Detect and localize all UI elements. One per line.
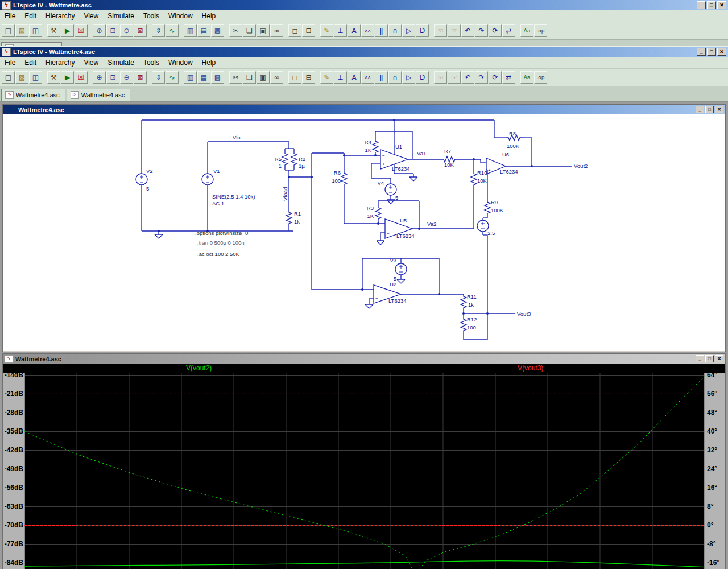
print-icon[interactable]: ⊟	[302, 24, 315, 37]
tile-vertical-icon[interactable]: ▥	[184, 71, 197, 84]
schematic-label[interactable]: LT6234	[388, 298, 407, 304]
schematic-label[interactable]: 1k	[468, 302, 474, 308]
schematic-label[interactable]: Va1	[417, 150, 426, 156]
schematic-label[interactable]: R8	[509, 130, 516, 137]
maximize-button[interactable]: □	[705, 106, 714, 113]
control-panel-icon[interactable]: ⚒	[47, 71, 60, 84]
wire-icon[interactable]: ✎	[320, 24, 333, 37]
schematic-label[interactable]: 1k	[294, 218, 300, 225]
cascade-windows-icon[interactable]: ▩	[211, 24, 224, 37]
mirror-icon[interactable]: ⇄	[502, 24, 515, 37]
minimize-button[interactable]: _	[696, 355, 704, 362]
redo-icon[interactable]: ↷	[475, 71, 488, 84]
halt-icon[interactable]: ☒	[75, 24, 88, 37]
capacitor-icon[interactable]: ǁ	[375, 71, 388, 84]
zoom-out-icon[interactable]: ⊖	[120, 24, 133, 37]
copy-icon[interactable]: ❏	[243, 24, 256, 37]
schematic-label[interactable]: 100	[332, 178, 341, 184]
zoom-full-extents-icon[interactable]: ⊠	[134, 71, 147, 84]
diode-icon[interactable]: ▷	[402, 71, 415, 84]
schematic-label[interactable]: R4	[365, 139, 371, 145]
control-panel-icon[interactable]: ⚒	[47, 24, 60, 37]
title-bar[interactable]: ϟ LTspice IV - Wattmetre4.asc _ □ ✕	[0, 47, 728, 57]
menu-tools[interactable]: Tools	[139, 57, 164, 68]
waveform-plot[interactable]	[24, 373, 705, 569]
schematic-label[interactable]: V1	[213, 168, 220, 174]
zoom-out-icon[interactable]: ⊖	[120, 71, 133, 84]
redo-icon[interactable]: ↷	[475, 24, 488, 37]
schematic-label[interactable]: V2	[146, 168, 153, 174]
schematic-label[interactable]: 5	[146, 185, 149, 192]
trace-name-label[interactable]: V(vout3)	[518, 364, 543, 372]
schematic-label[interactable]: 10K	[444, 162, 454, 168]
zoom-region-icon[interactable]: ⊡	[106, 71, 119, 84]
schematic-label[interactable]: Vout3	[517, 311, 531, 317]
new-schematic-icon[interactable]: □	[2, 71, 15, 84]
menu-tools[interactable]: Tools	[139, 11, 164, 21]
save-icon[interactable]: ◫	[29, 24, 42, 37]
close-button[interactable]: ✕	[717, 1, 726, 9]
menu-hierarchy[interactable]: Hierarchy	[41, 11, 79, 21]
undo-icon[interactable]: ↶	[461, 24, 474, 37]
paste-icon[interactable]: ▣	[257, 24, 270, 37]
inductor-icon[interactable]: ∩	[388, 71, 402, 84]
component-icon[interactable]: D	[416, 71, 429, 84]
menu-file[interactable]: File	[0, 11, 20, 21]
mirror-icon[interactable]: ⇄	[502, 71, 515, 84]
schematic-label[interactable]: 1µ	[299, 163, 305, 169]
run-icon[interactable]: ▶	[61, 71, 74, 84]
rotate-icon[interactable]: ⟳	[489, 24, 502, 37]
label-icon[interactable]: A	[348, 71, 361, 84]
halt-icon[interactable]: ☒	[75, 71, 88, 84]
schematic-label[interactable]: U5	[400, 217, 407, 224]
schematic-label[interactable]: R12	[467, 316, 477, 323]
resistor-icon[interactable]: ʌʌ	[361, 71, 374, 84]
move-icon[interactable]: ☜	[434, 71, 447, 84]
schematic-label[interactable]: U6	[502, 151, 509, 158]
schematic-label[interactable]: R10	[477, 170, 487, 176]
schematic-label[interactable]: R2	[299, 156, 305, 162]
undo-icon[interactable]: ↶	[461, 71, 474, 84]
schematic-label[interactable]: SINE(2.5 1.4 10k)	[212, 193, 255, 200]
schematic-label[interactable]: V4	[377, 180, 384, 186]
drag-icon[interactable]: ☞	[448, 71, 461, 84]
capacitor-icon[interactable]: ǁ	[375, 24, 388, 37]
schematic-label[interactable]: R3	[367, 205, 374, 211]
find-icon[interactable]: ∞	[270, 24, 283, 37]
open-icon[interactable]: ▧	[15, 24, 28, 37]
maximize-button[interactable]: □	[707, 1, 716, 9]
diode-icon[interactable]: ▷	[402, 24, 415, 37]
schematic-label[interactable]: 100K	[507, 143, 520, 149]
cut-icon[interactable]: ✂	[229, 24, 242, 37]
close-button[interactable]: ✕	[715, 106, 723, 113]
save-icon[interactable]: ◫	[29, 71, 42, 84]
menu-window[interactable]: Window	[164, 11, 197, 21]
tab-schematic-wattmetre4[interactable]: ▷ Wattmetre4.asc	[67, 89, 131, 101]
menu-simulate[interactable]: Simulate	[103, 11, 139, 21]
menu-edit[interactable]: Edit	[20, 57, 41, 68]
zoom-in-icon[interactable]: ⊕	[93, 24, 106, 37]
text-icon[interactable]: Aa	[520, 24, 533, 37]
zoom-in-icon[interactable]: ⊕	[93, 71, 106, 84]
plot-settings-icon[interactable]: ∿	[166, 71, 179, 84]
find-icon[interactable]: ∞	[270, 71, 283, 84]
schematic-label[interactable]: Va2	[427, 221, 436, 227]
close-button[interactable]: ✕	[717, 48, 726, 56]
menu-file[interactable]: File	[0, 57, 20, 68]
schematic-label[interactable]: 2.5	[487, 230, 495, 236]
schematic-canvas[interactable]: −+−+−+−+V25V1SINE(2.5 1.4 10k)AC 1VinR51…	[3, 114, 724, 351]
menu-view[interactable]: View	[79, 11, 103, 21]
tile-horizontal-icon[interactable]: ▤	[197, 24, 210, 37]
paste-icon[interactable]: ▣	[257, 71, 270, 84]
schematic-label[interactable]: R5	[275, 156, 282, 162]
inductor-icon[interactable]: ∩	[388, 24, 402, 37]
schematic-label[interactable]: .ac oct 100 2 50K	[197, 251, 240, 257]
schematic-label[interactable]: 1K	[365, 147, 371, 153]
print-preview-icon[interactable]: ◻	[288, 71, 301, 84]
menu-edit[interactable]: Edit	[20, 11, 41, 21]
schematic-label[interactable]: 1	[279, 163, 282, 169]
schematic-label[interactable]: 10K	[477, 178, 487, 184]
maximize-button[interactable]: □	[705, 355, 714, 362]
schematic-label[interactable]: Vout2	[574, 163, 588, 169]
resistor-icon[interactable]: ʌʌ	[361, 24, 374, 37]
